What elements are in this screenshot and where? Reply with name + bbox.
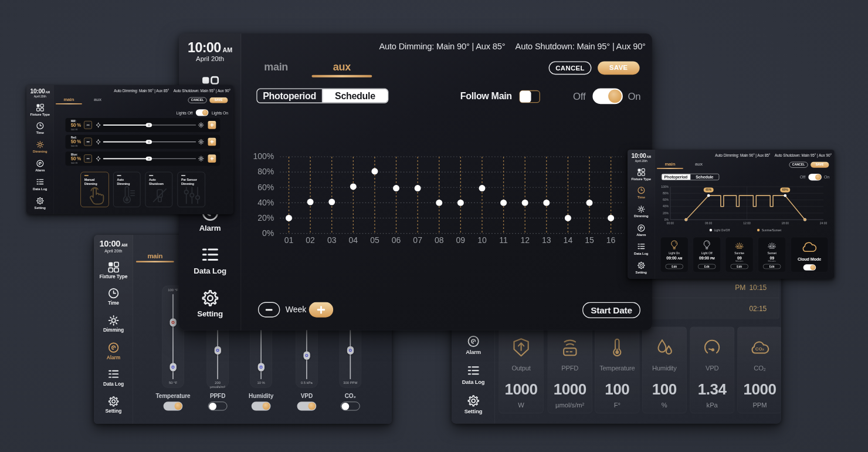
svg-text:100%: 100% — [253, 151, 274, 161]
svg-text:06:00: 06:00 — [705, 222, 713, 225]
svg-text:13: 13 — [542, 235, 551, 245]
svg-text:04: 04 — [349, 235, 358, 245]
svg-text:05: 05 — [370, 235, 379, 245]
svg-text:80%: 80% — [663, 192, 669, 195]
svg-text:60%: 60% — [257, 183, 274, 192]
svg-text:00:00: 00:00 — [667, 222, 674, 225]
svg-text:40%: 40% — [257, 198, 274, 207]
svg-text:80%: 80% — [257, 167, 274, 176]
svg-text:CO₂: CO₂ — [755, 346, 765, 352]
svg-text:01: 01 — [284, 235, 294, 245]
svg-text:08: 08 — [435, 235, 444, 245]
svg-text:0%: 0% — [664, 218, 669, 221]
svg-text:10: 10 — [477, 235, 487, 245]
svg-text:Sunrise/Sunset: Sunrise/Sunset — [762, 229, 782, 232]
svg-text:24:00: 24:00 — [820, 222, 828, 225]
svg-text:0%: 0% — [262, 228, 274, 238]
svg-text:18:00: 18:00 — [782, 222, 789, 225]
svg-text:65%: 65% — [706, 188, 712, 191]
svg-text:40%: 40% — [663, 205, 669, 208]
svg-text:11: 11 — [499, 235, 508, 245]
svg-text:15: 15 — [585, 235, 594, 245]
svg-text:65%: 65% — [782, 188, 789, 191]
svg-text:07: 07 — [413, 235, 422, 245]
svg-text:60%: 60% — [663, 198, 669, 201]
svg-text:20%: 20% — [663, 212, 669, 215]
svg-text:03: 03 — [327, 235, 337, 245]
svg-text:16: 16 — [606, 235, 616, 245]
svg-text:100%: 100% — [661, 185, 669, 188]
svg-text:12: 12 — [520, 235, 530, 245]
svg-text:20%: 20% — [257, 213, 274, 222]
svg-text:14: 14 — [564, 235, 573, 245]
svg-text:09: 09 — [456, 235, 466, 245]
svg-text:12:00: 12:00 — [743, 222, 751, 225]
svg-text:06: 06 — [392, 235, 401, 245]
svg-text:Light On/Off: Light On/Off — [714, 229, 730, 232]
svg-text:02: 02 — [306, 235, 315, 245]
